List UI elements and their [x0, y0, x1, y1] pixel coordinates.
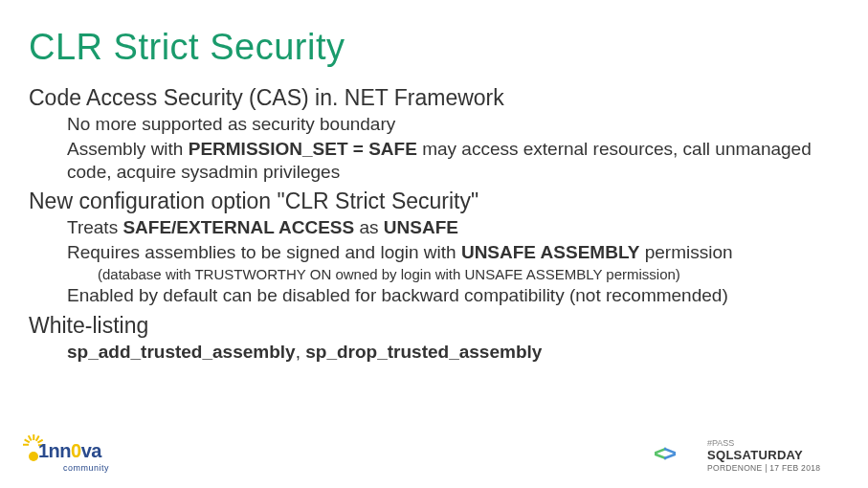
text-bold: sp_add_trusted_assembly	[67, 342, 296, 362]
text-fragment: as	[354, 217, 384, 237]
text-bold: PERMISSION_SET = SAFE	[189, 139, 417, 159]
logo-subtext: community	[63, 463, 109, 473]
body-text: sp_add_trusted_assembly, sp_drop_trusted…	[67, 341, 839, 364]
text-fragment: permission	[639, 242, 732, 262]
section-heading-cas: Code Access Security (CAS) in. NET Frame…	[29, 85, 839, 111]
text-fragment: 1nn	[38, 440, 71, 461]
innova-logo: 1nn0va community	[23, 434, 124, 478]
body-text: Requires assemblies to be signed and log…	[67, 241, 839, 264]
text-fragment: Requires assemblies to be signed and log…	[67, 242, 461, 262]
slide: CLR Strict Security Code Access Security…	[0, 0, 868, 488]
event-info: PORDENONE | 17 FEB 2018	[707, 463, 820, 473]
sqlsaturday-logo: <> #PASS SQLSATURDAY PORDENONE | 17 FEB …	[654, 434, 845, 478]
section-heading-strict: New configuration option "CLR Strict Sec…	[29, 189, 839, 214]
text-fragment: ,	[296, 342, 306, 362]
body-text: Enabled by default can be disabled for b…	[67, 284, 839, 307]
text-fragment: 0	[71, 440, 81, 461]
note-text: (database with TRUSTWORTHY ON owned by l…	[98, 266, 839, 282]
text-bold: UNSAFE ASSEMBLY	[461, 242, 640, 262]
body-text: Assembly with PERMISSION_SET = SAFE may …	[67, 138, 839, 184]
text-fragment: Assembly with	[67, 139, 189, 159]
sqlsaturday-text: SQLSATURDAY	[707, 448, 803, 462]
text-fragment: Treats	[67, 217, 122, 237]
section-heading-whitelist: White-listing	[29, 313, 839, 339]
text-bold: SAFE/EXTERNAL ACCESS	[122, 217, 354, 237]
chevron-icon: <>	[654, 442, 677, 465]
text-bold: sp_drop_trusted_assembly	[305, 342, 542, 362]
body-text: No more supported as security boundary	[67, 113, 839, 136]
pass-label: #PASS	[707, 438, 734, 448]
logo-text: 1nn0va	[38, 440, 101, 462]
slide-footer: 1nn0va community <> #PASS SQLSATURDAY PO…	[0, 425, 868, 478]
slide-title: CLR Strict Security	[29, 27, 839, 68]
body-text: Treats SAFE/EXTERNAL ACCESS as UNSAFE	[67, 216, 839, 239]
text-fragment: va	[81, 440, 101, 461]
text-bold: UNSAFE	[384, 217, 458, 237]
